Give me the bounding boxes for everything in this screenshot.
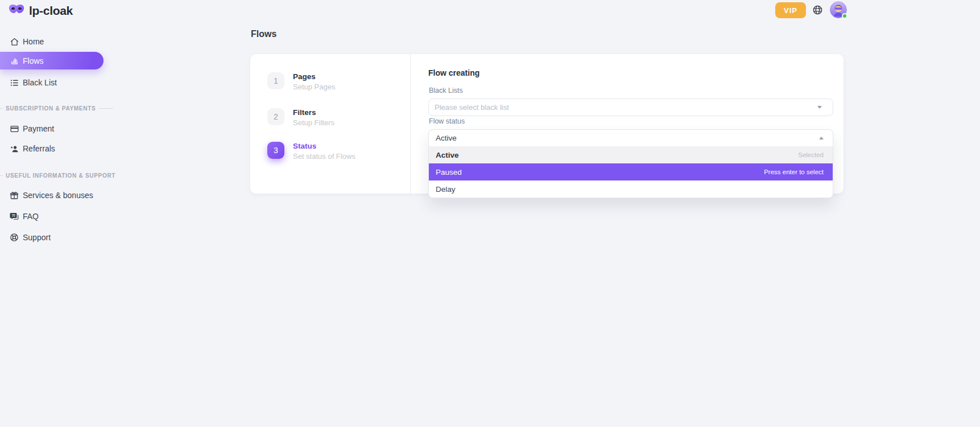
section-dash bbox=[0, 175, 3, 176]
sidebar-item-support[interactable]: Support bbox=[0, 229, 114, 245]
payment-icon bbox=[9, 124, 19, 134]
flow-status-label: Flow status bbox=[429, 117, 465, 125]
step-number: 1 bbox=[267, 72, 284, 89]
sidebar-item-faq[interactable]: ?! FAQ bbox=[0, 208, 114, 224]
step-title: Pages bbox=[293, 72, 335, 81]
gift-icon bbox=[9, 190, 19, 200]
referrals-icon bbox=[9, 143, 19, 154]
step-subtitle: Setup Filters bbox=[293, 118, 334, 127]
form-title: Flow creating bbox=[428, 68, 479, 77]
page-title: Flows bbox=[251, 29, 276, 39]
sidebar-item-black-list[interactable]: Black List bbox=[0, 75, 114, 91]
step-status[interactable]: 3 Status Set status of Flows bbox=[267, 142, 355, 161]
sidebar-section-subscription: SUBSCRIPTION & PAYMENTS bbox=[0, 105, 108, 112]
home-icon bbox=[9, 36, 19, 47]
svg-text:?!: ?! bbox=[12, 214, 15, 217]
option-active[interactable]: Active Selected bbox=[429, 146, 833, 163]
sidebar-item-services-bonuses[interactable]: Services & bonuses bbox=[0, 187, 125, 203]
flow-status-select: Active Active Selected Paused Press ente… bbox=[428, 129, 833, 198]
step-title: Status bbox=[293, 142, 355, 151]
flow-status-selected-value[interactable]: Active bbox=[429, 130, 833, 146]
faq-icon: ?! bbox=[9, 211, 19, 221]
brand-name: lp-cloak bbox=[29, 4, 73, 18]
vip-button[interactable]: VIP bbox=[775, 2, 806, 18]
section-dash bbox=[0, 108, 3, 109]
step-number: 3 bbox=[267, 142, 284, 159]
step-subtitle: Set status of Flows bbox=[293, 152, 355, 161]
sidebar-item-referrals[interactable]: Referrals bbox=[0, 141, 114, 157]
user-avatar[interactable] bbox=[830, 1, 847, 18]
sidebar-item-flows[interactable]: Flows bbox=[0, 52, 104, 69]
black-lists-select-input[interactable] bbox=[428, 98, 833, 116]
option-hint: Press enter to select bbox=[764, 169, 824, 175]
wizard-steps-panel: 1 Pages Setup Pages 2 Filters Setup Filt… bbox=[250, 54, 411, 194]
language-globe-icon[interactable] bbox=[812, 4, 824, 15]
mask-logo-icon bbox=[8, 3, 25, 18]
step-filters[interactable]: 2 Filters Setup Filters bbox=[267, 108, 334, 127]
black-list-icon bbox=[9, 77, 19, 88]
section-dash bbox=[98, 108, 113, 109]
step-pages[interactable]: 1 Pages Setup Pages bbox=[267, 72, 335, 91]
sidebar-item-payment[interactable]: Payment bbox=[0, 121, 114, 137]
black-lists-label: Black Lists bbox=[429, 87, 463, 95]
app-logo[interactable]: lp-cloak bbox=[8, 3, 73, 18]
step-number: 2 bbox=[267, 108, 284, 125]
sidebar-section-useful-info: USEFUL INFORMATION & SUPPORT bbox=[0, 173, 108, 179]
flow-wizard-card: 1 Pages Setup Pages 2 Filters Setup Filt… bbox=[250, 54, 843, 194]
flows-icon bbox=[9, 56, 19, 66]
option-paused[interactable]: Paused Press enter to select bbox=[429, 163, 833, 180]
online-status-dot bbox=[842, 13, 847, 19]
sidebar-item-home[interactable]: Home bbox=[0, 34, 114, 50]
option-delay[interactable]: Delay bbox=[429, 180, 833, 198]
step-subtitle: Setup Pages bbox=[293, 83, 335, 91]
header-actions: VIP bbox=[775, 1, 847, 19]
step-title: Filters bbox=[293, 108, 334, 117]
chevron-down-icon bbox=[817, 106, 822, 109]
option-hint: Selected bbox=[798, 151, 824, 158]
support-lifebuoy-icon bbox=[9, 232, 19, 243]
chevron-up-icon bbox=[819, 137, 824, 139]
